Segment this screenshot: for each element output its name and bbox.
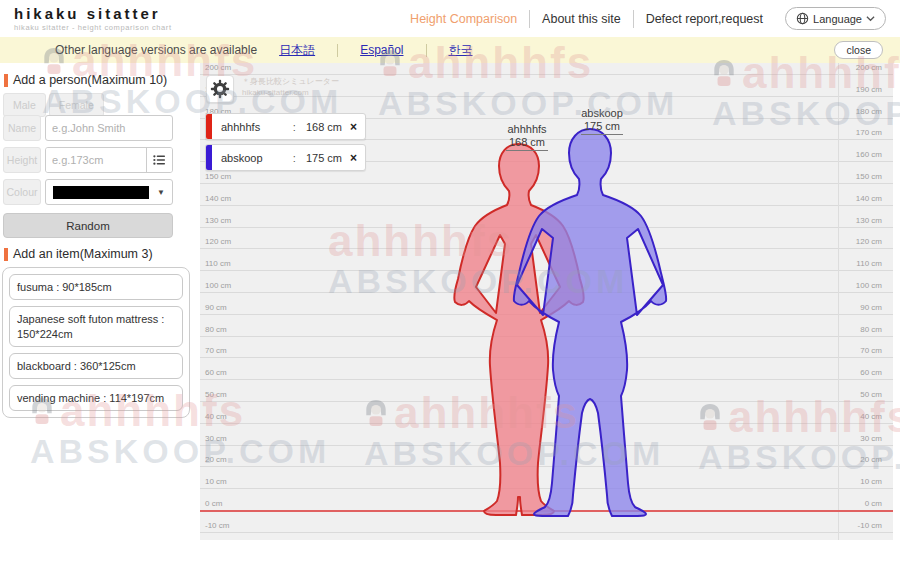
person-row-name: abskoop bbox=[221, 152, 293, 164]
language-banner: Other language versions are available 日本… bbox=[0, 37, 900, 63]
section-bullet-icon bbox=[4, 248, 8, 261]
height-row: Height bbox=[3, 147, 173, 173]
sidebar: Add a person(Maximum 10) Male Female Nam… bbox=[0, 63, 200, 569]
nav-item-about-this-site[interactable]: About this site bbox=[530, 12, 633, 26]
item-button-fusuma[interactable]: fusuma : 90*185cm bbox=[9, 274, 183, 300]
list-icon bbox=[153, 154, 166, 166]
settings-button[interactable] bbox=[206, 75, 234, 103]
random-button[interactable]: Random bbox=[3, 213, 173, 238]
section-bullet-icon bbox=[4, 74, 8, 87]
header: hikaku sitatter hikaku sitatter - height… bbox=[0, 0, 900, 37]
color-label: Colour bbox=[3, 179, 41, 205]
person-row-colon: : bbox=[293, 121, 296, 133]
nav-item-defect-report[interactable]: Defect report,request bbox=[634, 12, 775, 26]
person-row-height: 168 cm bbox=[306, 121, 342, 133]
height-label: Height bbox=[3, 147, 41, 173]
person-label-height: 168 cm bbox=[506, 136, 548, 151]
globe-icon bbox=[796, 12, 809, 25]
top-nav: Height Comparison About this site Defect… bbox=[398, 7, 886, 30]
site-tagline: hikaku sitatter - height comparison char… bbox=[14, 23, 172, 32]
item-button-futon[interactable]: Japanese soft futon mattress : 150*224cm bbox=[9, 306, 183, 347]
name-input[interactable] bbox=[45, 115, 173, 141]
lang-link-spanish[interactable]: Español bbox=[360, 43, 403, 57]
item-list: fusuma : 90*185cm Japanese soft futon ma… bbox=[2, 267, 190, 418]
person-label-height: 175 cm bbox=[581, 120, 623, 135]
male-button[interactable]: Male bbox=[3, 93, 46, 117]
add-item-title: Add an item(Maximum 3) bbox=[4, 247, 153, 261]
color-swatch bbox=[53, 186, 149, 199]
person-row-ahhhhfs[interactable]: ahhhhfs : 168 cm × bbox=[205, 113, 366, 140]
gender-buttons: Male Female bbox=[3, 93, 104, 117]
comparison-chart: 200 cm200 cm190 cm190 cm180 cm180 cm170 … bbox=[200, 63, 893, 540]
banner-close-button[interactable]: close bbox=[834, 41, 883, 59]
height-preset-button[interactable] bbox=[146, 148, 172, 172]
site-logo: hikaku sitatter bbox=[14, 6, 172, 22]
color-row: Colour ▼ bbox=[3, 179, 173, 205]
banner-divider bbox=[337, 44, 338, 57]
add-item-title-text: Add an item(Maximum 3) bbox=[13, 247, 153, 261]
banner-divider bbox=[426, 44, 427, 57]
language-button[interactable]: Language bbox=[785, 7, 886, 30]
language-label: Language bbox=[813, 13, 862, 25]
person-color-bar bbox=[206, 145, 212, 170]
nav-item-height-comparison[interactable]: Height Comparison bbox=[398, 12, 529, 26]
person-row-height: 175 cm bbox=[306, 152, 342, 164]
dropdown-arrow-icon: ▼ bbox=[157, 188, 165, 197]
chevron-down-icon bbox=[866, 15, 875, 22]
name-row: Name bbox=[3, 115, 173, 141]
person-row-abskoop[interactable]: abskoop : 175 cm × bbox=[205, 144, 366, 171]
item-button-blackboard[interactable]: blackboard : 360*125cm bbox=[9, 353, 183, 379]
person-label-abskoop: abskoop 175 cm bbox=[552, 107, 652, 135]
logo-block: hikaku sitatter hikaku sitatter - height… bbox=[14, 6, 172, 32]
female-button[interactable]: Female bbox=[49, 93, 104, 117]
add-person-title: Add a person(Maximum 10) bbox=[4, 73, 167, 87]
lang-link-japanese[interactable]: 日本語 bbox=[279, 42, 315, 59]
person-label-name: abskoop bbox=[552, 107, 652, 120]
remove-person-button[interactable]: × bbox=[350, 121, 357, 133]
remove-person-button[interactable]: × bbox=[350, 152, 357, 164]
banner-message: Other language versions are available bbox=[55, 43, 257, 57]
add-person-title-text: Add a person(Maximum 10) bbox=[13, 73, 167, 87]
height-input[interactable] bbox=[46, 148, 146, 172]
name-label: Name bbox=[3, 115, 41, 141]
item-button-vending-machine[interactable]: vending machine : 114*197cm bbox=[9, 385, 183, 411]
person-color-bar bbox=[206, 114, 212, 139]
color-select[interactable]: ▼ bbox=[45, 179, 173, 205]
person-row-colon: : bbox=[293, 152, 296, 164]
lang-link-korean[interactable]: 한국 bbox=[449, 42, 473, 59]
person-row-name: ahhhhfs bbox=[221, 121, 293, 133]
gear-icon bbox=[210, 79, 230, 99]
